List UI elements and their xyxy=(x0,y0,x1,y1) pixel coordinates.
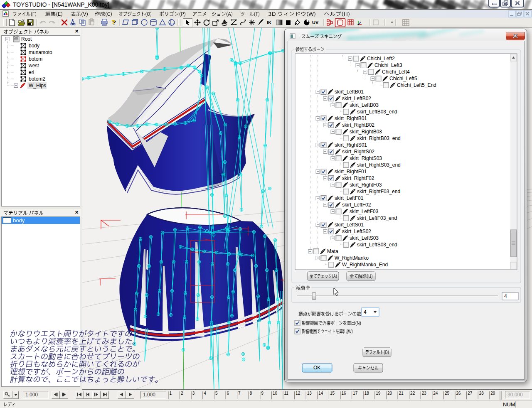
svg-text:20: 20 xyxy=(387,391,392,396)
svg-text:skirt_LeftB03_end: skirt_LeftB03_end xyxy=(357,109,397,115)
svg-text:25: 25 xyxy=(445,391,450,396)
svg-text:UV: UV xyxy=(312,20,319,25)
svg-text:14: 14 xyxy=(318,391,323,396)
svg-text:skirt_LeftF03_end: skirt_LeftF03_end xyxy=(357,215,397,221)
svg-text:IK: IK xyxy=(267,20,271,25)
svg-text:skirt_RightS02: skirt_RightS02 xyxy=(342,149,374,155)
svg-text:skirt_RightB03_end: skirt_RightB03_end xyxy=(357,135,401,141)
svg-text:Root: Root xyxy=(21,36,32,42)
svg-text:skirt_RightF03: skirt_RightF03 xyxy=(350,182,382,188)
svg-text:22: 22 xyxy=(410,391,415,396)
svg-text:skirt_RightS03_end: skirt_RightS03_end xyxy=(357,162,401,168)
svg-text:26: 26 xyxy=(456,391,461,396)
svg-text:skirt_RightF02: skirt_RightF02 xyxy=(342,175,374,181)
svg-text:Chichi_Left5: Chichi_Left5 xyxy=(389,76,417,81)
svg-text:13: 13 xyxy=(307,391,312,396)
svg-text:body: body xyxy=(29,43,39,49)
svg-text:skirt_RightF01: skirt_RightF01 xyxy=(335,169,367,175)
svg-text:skirt_RightB01: skirt_RightB01 xyxy=(335,116,367,121)
svg-text:W_Hips: W_Hips xyxy=(29,83,46,88)
svg-text:Chichi_Left5_End: Chichi_Left5_End xyxy=(397,82,436,88)
svg-text:Chichi_Left4: Chichi_Left4 xyxy=(382,69,410,75)
svg-text:skirt_LeftS03: skirt_LeftS03 xyxy=(350,235,379,241)
svg-text:skirt_RightB03: skirt_RightB03 xyxy=(350,129,382,135)
svg-text:4: 4 xyxy=(504,293,507,299)
svg-text:skirt_RightF03_end: skirt_RightF03_end xyxy=(357,189,400,194)
svg-text:18: 18 xyxy=(365,391,369,396)
svg-text:skirt_RightB02: skirt_RightB02 xyxy=(342,122,374,128)
svg-text:Chichi_Left3: Chichi_Left3 xyxy=(374,62,402,68)
svg-text:23: 23 xyxy=(422,391,427,396)
svg-text:munamoto: munamoto xyxy=(29,49,52,55)
svg-text:29: 29 xyxy=(490,391,495,396)
svg-text:28: 28 xyxy=(479,391,484,396)
svg-text:skirt_LeftB01: skirt_LeftB01 xyxy=(335,89,364,95)
svg-text:OK: OK xyxy=(313,365,320,371)
svg-text:skirt_RightS03: skirt_RightS03 xyxy=(350,155,382,161)
svg-text:21: 21 xyxy=(399,391,404,396)
svg-text:Chichi_Left2: Chichi_Left2 xyxy=(367,56,395,61)
svg-text:W_RightManko: W_RightManko xyxy=(335,255,369,261)
svg-text:19: 19 xyxy=(376,391,381,396)
svg-text:12: 12 xyxy=(296,391,300,396)
svg-text:skirt_LeftB03: skirt_LeftB03 xyxy=(350,102,379,108)
svg-text:botom: botom xyxy=(29,56,42,62)
svg-text:?: ? xyxy=(111,18,115,25)
svg-text:skirt_LeftS03_end: skirt_LeftS03_end xyxy=(357,242,397,248)
svg-text:24: 24 xyxy=(433,391,438,396)
svg-text:W_RightManko_End: W_RightManko_End xyxy=(342,262,388,268)
svg-text:17: 17 xyxy=(353,391,358,396)
svg-text:Mata: Mata xyxy=(327,248,338,254)
svg-text:4: 4 xyxy=(364,309,367,315)
svg-text:16: 16 xyxy=(342,391,347,396)
svg-text:botom2: botom2 xyxy=(29,76,45,82)
svg-text:skirt_LeftS01: skirt_LeftS01 xyxy=(335,222,364,228)
svg-text:eri: eri xyxy=(29,69,34,75)
svg-text:15: 15 xyxy=(330,391,335,396)
svg-text:27: 27 xyxy=(468,391,473,396)
svg-text:skirt_LeftB02: skirt_LeftB02 xyxy=(342,96,371,101)
svg-text:skirt_LeftF01: skirt_LeftF01 xyxy=(335,195,364,201)
svg-text:skirt_LeftF03: skirt_LeftF03 xyxy=(350,209,379,214)
svg-text:west: west xyxy=(28,63,39,69)
svg-text:skirt_RightS01: skirt_RightS01 xyxy=(335,142,367,148)
svg-text:skirt_LeftF02: skirt_LeftF02 xyxy=(342,202,371,208)
svg-text:skirt_LeftS02: skirt_LeftS02 xyxy=(342,229,371,234)
